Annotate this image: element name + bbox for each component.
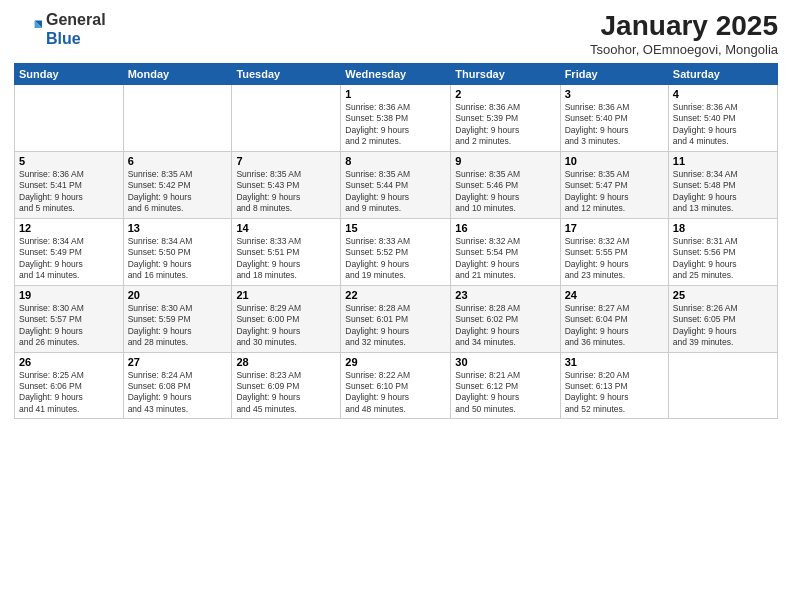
calendar-table: Sunday Monday Tuesday Wednesday Thursday… [14, 63, 778, 419]
calendar-header-row: Sunday Monday Tuesday Wednesday Thursday… [15, 64, 778, 85]
day-info: Sunrise: 8:36 AM Sunset: 5:40 PM Dayligh… [673, 102, 773, 148]
day-info: Sunrise: 8:27 AM Sunset: 6:04 PM Dayligh… [565, 303, 664, 349]
day-info: Sunrise: 8:34 AM Sunset: 5:50 PM Dayligh… [128, 236, 228, 282]
logo: General Blue [14, 10, 106, 48]
day-number: 30 [455, 356, 555, 368]
logo-general: General [46, 11, 106, 28]
day-info: Sunrise: 8:24 AM Sunset: 6:08 PM Dayligh… [128, 370, 228, 416]
day-info: Sunrise: 8:35 AM Sunset: 5:42 PM Dayligh… [128, 169, 228, 215]
day-info: Sunrise: 8:35 AM Sunset: 5:43 PM Dayligh… [236, 169, 336, 215]
day-info: Sunrise: 8:36 AM Sunset: 5:40 PM Dayligh… [565, 102, 664, 148]
day-info: Sunrise: 8:36 AM Sunset: 5:41 PM Dayligh… [19, 169, 119, 215]
calendar-body: 1Sunrise: 8:36 AM Sunset: 5:38 PM Daylig… [15, 85, 778, 419]
calendar-week-row: 5Sunrise: 8:36 AM Sunset: 5:41 PM Daylig… [15, 151, 778, 218]
table-row: 27Sunrise: 8:24 AM Sunset: 6:08 PM Dayli… [123, 352, 232, 419]
header: General Blue January 2025 Tsoohor, OEmno… [14, 10, 778, 57]
day-number: 17 [565, 222, 664, 234]
table-row: 9Sunrise: 8:35 AM Sunset: 5:46 PM Daylig… [451, 151, 560, 218]
table-row: 20Sunrise: 8:30 AM Sunset: 5:59 PM Dayli… [123, 285, 232, 352]
day-number: 9 [455, 155, 555, 167]
day-info: Sunrise: 8:28 AM Sunset: 6:02 PM Dayligh… [455, 303, 555, 349]
day-info: Sunrise: 8:36 AM Sunset: 5:39 PM Dayligh… [455, 102, 555, 148]
day-number: 20 [128, 289, 228, 301]
day-number: 10 [565, 155, 664, 167]
day-info: Sunrise: 8:35 AM Sunset: 5:44 PM Dayligh… [345, 169, 446, 215]
table-row: 18Sunrise: 8:31 AM Sunset: 5:56 PM Dayli… [668, 218, 777, 285]
table-row [15, 85, 124, 152]
table-row: 6Sunrise: 8:35 AM Sunset: 5:42 PM Daylig… [123, 151, 232, 218]
table-row: 28Sunrise: 8:23 AM Sunset: 6:09 PM Dayli… [232, 352, 341, 419]
day-number: 23 [455, 289, 555, 301]
logo-blue: Blue [46, 30, 81, 47]
table-row: 26Sunrise: 8:25 AM Sunset: 6:06 PM Dayli… [15, 352, 124, 419]
day-info: Sunrise: 8:36 AM Sunset: 5:38 PM Dayligh… [345, 102, 446, 148]
col-friday: Friday [560, 64, 668, 85]
logo-icon [14, 15, 42, 43]
day-number: 19 [19, 289, 119, 301]
day-number: 3 [565, 88, 664, 100]
page: General Blue January 2025 Tsoohor, OEmno… [0, 0, 792, 612]
day-number: 11 [673, 155, 773, 167]
table-row: 3Sunrise: 8:36 AM Sunset: 5:40 PM Daylig… [560, 85, 668, 152]
table-row: 19Sunrise: 8:30 AM Sunset: 5:57 PM Dayli… [15, 285, 124, 352]
table-row [123, 85, 232, 152]
table-row: 22Sunrise: 8:28 AM Sunset: 6:01 PM Dayli… [341, 285, 451, 352]
day-info: Sunrise: 8:25 AM Sunset: 6:06 PM Dayligh… [19, 370, 119, 416]
day-info: Sunrise: 8:35 AM Sunset: 5:47 PM Dayligh… [565, 169, 664, 215]
day-info: Sunrise: 8:22 AM Sunset: 6:10 PM Dayligh… [345, 370, 446, 416]
table-row: 31Sunrise: 8:20 AM Sunset: 6:13 PM Dayli… [560, 352, 668, 419]
table-row: 1Sunrise: 8:36 AM Sunset: 5:38 PM Daylig… [341, 85, 451, 152]
day-number: 28 [236, 356, 336, 368]
day-number: 5 [19, 155, 119, 167]
table-row [668, 352, 777, 419]
day-number: 4 [673, 88, 773, 100]
col-wednesday: Wednesday [341, 64, 451, 85]
day-info: Sunrise: 8:32 AM Sunset: 5:54 PM Dayligh… [455, 236, 555, 282]
day-info: Sunrise: 8:30 AM Sunset: 5:57 PM Dayligh… [19, 303, 119, 349]
day-number: 14 [236, 222, 336, 234]
month-title: January 2025 [590, 10, 778, 42]
calendar-week-row: 12Sunrise: 8:34 AM Sunset: 5:49 PM Dayli… [15, 218, 778, 285]
calendar-week-row: 19Sunrise: 8:30 AM Sunset: 5:57 PM Dayli… [15, 285, 778, 352]
day-info: Sunrise: 8:21 AM Sunset: 6:12 PM Dayligh… [455, 370, 555, 416]
table-row: 29Sunrise: 8:22 AM Sunset: 6:10 PM Dayli… [341, 352, 451, 419]
col-thursday: Thursday [451, 64, 560, 85]
day-number: 1 [345, 88, 446, 100]
table-row: 25Sunrise: 8:26 AM Sunset: 6:05 PM Dayli… [668, 285, 777, 352]
day-info: Sunrise: 8:35 AM Sunset: 5:46 PM Dayligh… [455, 169, 555, 215]
col-monday: Monday [123, 64, 232, 85]
day-number: 22 [345, 289, 446, 301]
table-row: 5Sunrise: 8:36 AM Sunset: 5:41 PM Daylig… [15, 151, 124, 218]
day-number: 27 [128, 356, 228, 368]
table-row: 21Sunrise: 8:29 AM Sunset: 6:00 PM Dayli… [232, 285, 341, 352]
day-number: 24 [565, 289, 664, 301]
day-info: Sunrise: 8:26 AM Sunset: 6:05 PM Dayligh… [673, 303, 773, 349]
location-subtitle: Tsoohor, OEmnoegovi, Mongolia [590, 42, 778, 57]
calendar-week-row: 26Sunrise: 8:25 AM Sunset: 6:06 PM Dayli… [15, 352, 778, 419]
table-row: 8Sunrise: 8:35 AM Sunset: 5:44 PM Daylig… [341, 151, 451, 218]
table-row: 24Sunrise: 8:27 AM Sunset: 6:04 PM Dayli… [560, 285, 668, 352]
day-number: 13 [128, 222, 228, 234]
table-row: 15Sunrise: 8:33 AM Sunset: 5:52 PM Dayli… [341, 218, 451, 285]
table-row: 14Sunrise: 8:33 AM Sunset: 5:51 PM Dayli… [232, 218, 341, 285]
table-row: 30Sunrise: 8:21 AM Sunset: 6:12 PM Dayli… [451, 352, 560, 419]
table-row: 11Sunrise: 8:34 AM Sunset: 5:48 PM Dayli… [668, 151, 777, 218]
day-info: Sunrise: 8:33 AM Sunset: 5:51 PM Dayligh… [236, 236, 336, 282]
day-info: Sunrise: 8:34 AM Sunset: 5:49 PM Dayligh… [19, 236, 119, 282]
day-info: Sunrise: 8:23 AM Sunset: 6:09 PM Dayligh… [236, 370, 336, 416]
day-number: 2 [455, 88, 555, 100]
day-info: Sunrise: 8:32 AM Sunset: 5:55 PM Dayligh… [565, 236, 664, 282]
logo-text: General Blue [46, 10, 106, 48]
day-number: 7 [236, 155, 336, 167]
day-info: Sunrise: 8:33 AM Sunset: 5:52 PM Dayligh… [345, 236, 446, 282]
day-number: 31 [565, 356, 664, 368]
day-info: Sunrise: 8:31 AM Sunset: 5:56 PM Dayligh… [673, 236, 773, 282]
table-row: 10Sunrise: 8:35 AM Sunset: 5:47 PM Dayli… [560, 151, 668, 218]
day-number: 8 [345, 155, 446, 167]
day-number: 15 [345, 222, 446, 234]
day-number: 26 [19, 356, 119, 368]
day-number: 12 [19, 222, 119, 234]
table-row: 16Sunrise: 8:32 AM Sunset: 5:54 PM Dayli… [451, 218, 560, 285]
col-saturday: Saturday [668, 64, 777, 85]
day-info: Sunrise: 8:29 AM Sunset: 6:00 PM Dayligh… [236, 303, 336, 349]
